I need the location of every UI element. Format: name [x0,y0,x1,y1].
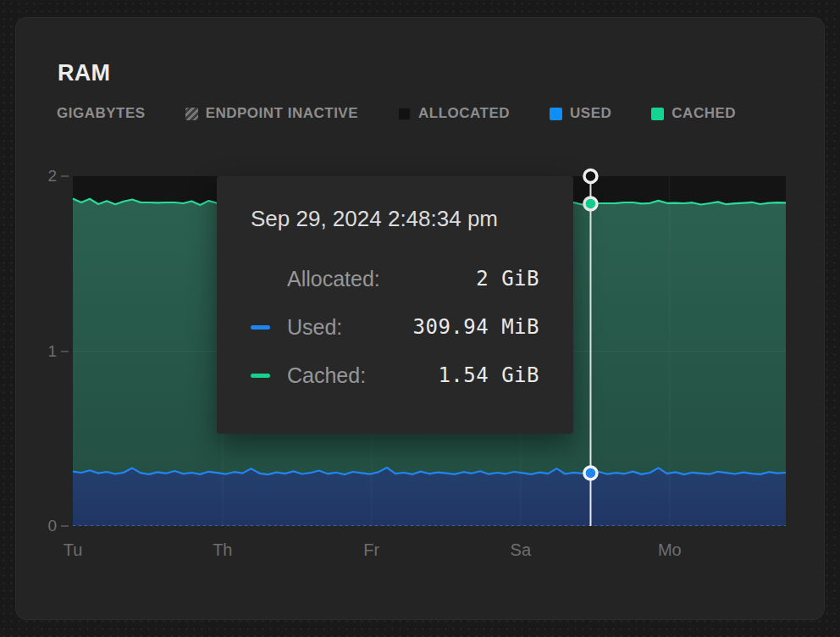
x-tick-Mo: Mo [658,540,682,560]
y-tick-2: 2 [47,167,69,186]
y-tick-label: 1 [47,342,57,361]
legend-item-allocated[interactable]: ALLOCATED [398,105,510,122]
x-tick-Fr: Fr [363,540,379,560]
legend-item-label: ENDPOINT INACTIVE [206,105,358,122]
chart-tooltip: Sep 29, 2024 2:48:34 pm Allocated:2 GiBU… [217,176,573,434]
legend-item-endpoint-inactive[interactable]: ENDPOINT INACTIVE [185,105,358,122]
legend-item-label: ALLOCATED [418,105,510,122]
x-axis: TuThFrSaMo [73,540,786,561]
y-tick-dash [61,525,69,527]
tooltip-row-value: 1.54 GiB [438,363,539,387]
y-tick-1: 1 [47,342,69,361]
tooltip-row-label: Used: [287,315,342,340]
x-tick-Th: Th [213,540,232,560]
page-title: RAM [58,60,110,86]
crosshair-marker-allocated [584,170,597,183]
tooltip-row-value: 2 GiB [476,267,539,291]
used-series-marker-icon [251,325,270,330]
used-area [73,468,786,526]
legend-item-label: CACHED [671,105,736,122]
x-tick-Sa: Sa [511,540,531,560]
chart-legend: GIGABYTES ENDPOINT INACTIVEALLOCATEDUSED… [57,105,736,122]
allocated-swatch-icon [398,108,411,120]
tooltip-row-value: 309.94 MiB [413,315,540,339]
tooltip-timestamp: Sep 29, 2024 2:48:34 pm [251,205,539,232]
cached-swatch-icon [651,108,664,120]
legend-item-label: USED [570,105,611,122]
tooltip-rows: Allocated:2 GiBUsed:309.94 MiBCached:1.5… [251,266,539,388]
y-tick-dash [61,175,69,177]
crosshair-marker-used [584,467,597,479]
endpoint-inactive-swatch-icon [185,108,198,120]
tooltip-row-label: Allocated: [287,267,380,291]
tooltip-row-cached: Cached:1.54 GiB [251,363,539,388]
x-tick-Tu: Tu [64,540,83,560]
y-tick-label: 0 [47,517,57,535]
y-tick-label: 2 [47,167,57,186]
y-tick-dash [61,351,69,352]
used-swatch-icon [550,108,562,120]
tooltip-row-allocated: Allocated:2 GiB [251,266,539,291]
marker-spacer [251,277,270,281]
legend-item-used[interactable]: USED [550,105,611,122]
y-tick-0: 0 [47,517,69,535]
tooltip-row-used: Used:309.94 MiB [251,314,539,340]
tooltip-row-label: Cached: [287,363,366,388]
ram-metrics-card: RAM GIGABYTES ENDPOINT INACTIVEALLOCATED… [15,17,825,620]
cached-series-marker-icon [251,374,270,378]
axis-unit-label: GIGABYTES [57,105,146,122]
crosshair-marker-cached [584,197,597,210]
legend-item-cached[interactable]: CACHED [651,105,736,122]
y-axis: 210 [16,176,69,526]
